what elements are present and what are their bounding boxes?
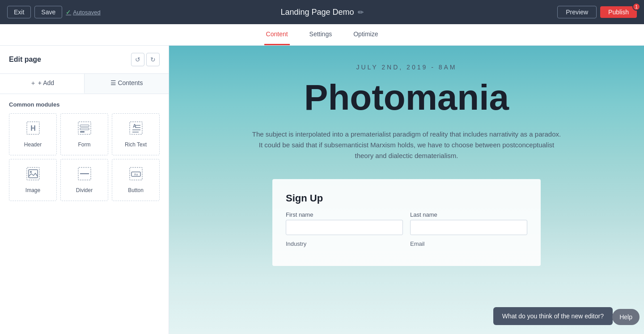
rich-text-module-label: Rich Text xyxy=(125,141,147,148)
publish-badge: 1 xyxy=(632,3,640,11)
main-layout: Edit page ↺ ↻ ＋ + Add ☰ Contents Common … xyxy=(0,46,644,334)
sidebar: Edit page ↺ ↻ ＋ + Add ☰ Contents Common … xyxy=(0,46,169,334)
topbar: Exit Save ✓ Autosaved Landing Page Demo … xyxy=(0,0,644,24)
topbar-center: Landing Page Demo ✏ xyxy=(280,8,363,17)
svg-text:H: H xyxy=(30,124,36,132)
module-card-rich-text[interactable]: A Rich Text xyxy=(112,113,160,155)
add-tab-icon: ＋ xyxy=(30,79,36,86)
preview-button[interactable]: Preview xyxy=(557,6,597,18)
form-module-icon xyxy=(77,121,92,138)
button-module-label: Button xyxy=(128,187,144,193)
topbar-left: Exit Save ✓ Autosaved xyxy=(7,6,101,18)
sidebar-header: Edit page ↺ ↻ xyxy=(0,46,169,74)
publish-button[interactable]: Publish xyxy=(600,6,637,18)
modules-section: Common modules H Header xyxy=(0,94,169,208)
exit-button[interactable]: Exit xyxy=(7,6,31,18)
save-button[interactable]: Save xyxy=(34,6,62,18)
contents-tab-icon: ☰ xyxy=(110,79,118,86)
svg-rect-4 xyxy=(80,128,89,130)
undo-button[interactable]: ↺ xyxy=(131,53,144,66)
button-module-icon: Aa xyxy=(129,167,143,184)
sidebar-tabs: ＋ + Add ☰ Contents xyxy=(0,74,169,94)
page-title: Landing Page Demo xyxy=(280,8,354,17)
modules-section-title: Common modules xyxy=(9,101,160,108)
autosaved-label: Autosaved xyxy=(73,9,100,16)
header-module-label: Header xyxy=(24,141,42,148)
tab-settings[interactable]: Settings xyxy=(308,24,334,45)
event-description: The subject is interpolated into a prema… xyxy=(250,129,563,161)
check-icon: ✓ xyxy=(66,9,71,16)
svg-rect-5 xyxy=(80,131,85,133)
help-button[interactable]: Help xyxy=(612,309,640,325)
undo-redo-controls: ↺ ↻ xyxy=(131,53,160,66)
svg-point-14 xyxy=(30,171,32,173)
sidebar-tab-contents[interactable]: ☰ Contents xyxy=(85,74,169,94)
tab-optimize[interactable]: Optimize xyxy=(352,24,380,45)
autosaved-status[interactable]: ✓ Autosaved xyxy=(66,9,100,16)
edit-icon[interactable]: ✏ xyxy=(358,8,364,17)
canvas: JULY 2ND, 2019 - 8AM Photomania The subj… xyxy=(169,46,644,334)
divider-module-label: Divider xyxy=(76,187,93,193)
tab-content[interactable]: Content xyxy=(264,24,290,45)
redo-button[interactable]: ↻ xyxy=(146,53,160,66)
nav-tabs: Content Settings Optimize xyxy=(0,24,644,46)
publish-wrapper: Publish 1 xyxy=(600,6,637,18)
module-card-image[interactable]: Image xyxy=(9,159,57,201)
form-module-label: Form xyxy=(78,141,91,148)
add-tab-label: + Add xyxy=(38,79,54,86)
svg-rect-13 xyxy=(29,170,38,178)
first-name-label: First name xyxy=(286,211,403,218)
event-title: Photomania xyxy=(178,80,635,116)
signup-title: Sign Up xyxy=(286,193,527,204)
sidebar-title: Edit page xyxy=(9,56,41,64)
modules-grid: H Header Form xyxy=(9,113,160,201)
rich-text-module-icon: A xyxy=(129,121,143,138)
page-title-bar: Landing Page Demo ✏ xyxy=(280,8,363,17)
sidebar-tab-add[interactable]: ＋ + Add xyxy=(0,74,85,94)
svg-text:Aa: Aa xyxy=(134,173,138,176)
module-card-button[interactable]: Aa Button xyxy=(112,159,160,201)
svg-rect-3 xyxy=(80,125,89,127)
chat-widget: What do you think of the new editor? xyxy=(493,307,613,325)
image-module-label: Image xyxy=(25,187,40,193)
image-module-icon xyxy=(26,167,40,184)
divider-module-icon xyxy=(77,167,92,184)
event-date: JULY 2ND, 2019 - 8AM xyxy=(178,64,635,71)
module-card-form[interactable]: Form xyxy=(60,113,108,155)
topbar-right: Preview Publish 1 xyxy=(557,6,637,18)
module-card-header[interactable]: H Header xyxy=(9,113,57,155)
contents-tab-label: Contents xyxy=(118,79,143,86)
module-card-divider[interactable]: Divider xyxy=(60,159,108,201)
last-name-label: Last name xyxy=(410,211,527,218)
chat-message: What do you think of the new editor? xyxy=(502,313,604,320)
header-module-icon: H xyxy=(26,121,40,138)
